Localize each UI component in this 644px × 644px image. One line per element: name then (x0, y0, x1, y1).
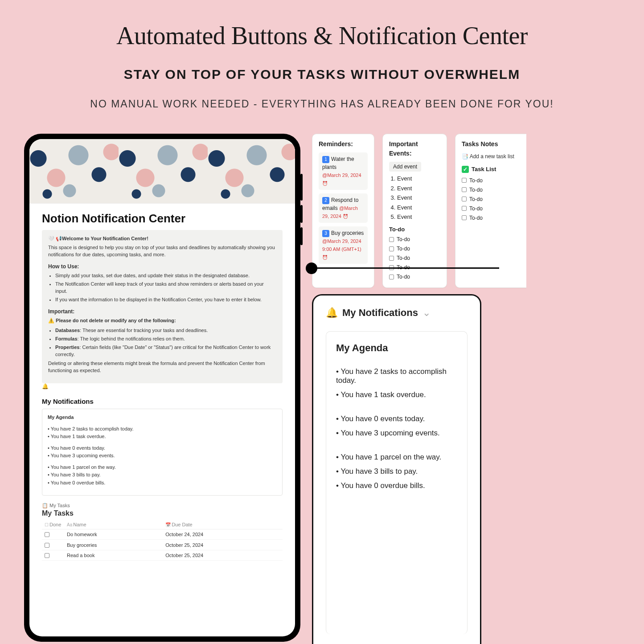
table-row[interactable]: Read a bookOctober 25, 2024 (42, 550, 283, 561)
todo-item[interactable]: To-do (462, 214, 526, 222)
important-heading: Important: (48, 308, 276, 316)
todo-heading: To-do (389, 225, 440, 234)
check-icon: ✓ (462, 166, 469, 173)
table-row[interactable]: Buy groceriesOctober 25, 2024 (42, 540, 283, 550)
todo-checkbox[interactable] (462, 197, 467, 201)
important-item: Databases: These are essential for track… (55, 327, 276, 334)
todo-item[interactable]: To-do (462, 205, 526, 213)
reminder-number: 1 (322, 156, 329, 163)
todo-checkbox[interactable] (462, 215, 467, 220)
agenda-line: You have 0 events today. (48, 444, 277, 452)
events-heading: Important Events: (389, 139, 440, 158)
my-notifications-card: 🔔 My Notifications ⌄ My Agenda You have … (312, 294, 481, 644)
checkbox-icon: ☐ (45, 522, 49, 527)
welcome-body: This space is designed to help you stay … (48, 244, 276, 258)
my-tasks-db-label[interactable]: 📋 My Tasks (42, 503, 283, 509)
todo-checkbox[interactable] (389, 246, 394, 251)
reminder-date: @March 29, 2024 9:00 AM (GMT+1) (322, 238, 361, 260)
todo-item[interactable]: To-do (389, 245, 440, 253)
agenda-line: You have 3 bills to pay. (48, 471, 277, 479)
big-agenda-title: My Agenda (336, 342, 457, 354)
tasklist-heading[interactable]: ✓ Task List (462, 165, 526, 174)
page-cover-image (29, 139, 295, 204)
important-warning: Please do not delete or modify any of th… (48, 317, 276, 324)
agenda-line: You have 0 overdue bills. (336, 481, 457, 490)
todo-item[interactable]: To-do (462, 176, 526, 185)
important-footer: Deleting or altering these elements migh… (48, 360, 276, 374)
notes-card: Tasks Notes Add a new task list ✓ Task L… (455, 134, 526, 288)
agenda-line: You have 1 parcel on the way. (48, 464, 277, 472)
reminder-item[interactable]: 1Water the plants @March 29, 2024 (319, 152, 368, 190)
done-checkbox[interactable] (45, 543, 49, 548)
agenda-box[interactable]: My Agenda You have 2 tasks to accomplish… (42, 409, 283, 496)
agenda-line: You have 2 tasks to accomplish today. (48, 425, 277, 433)
event-item[interactable]: Event (397, 213, 440, 222)
important-item: Properties: Certain fields (like "Due Da… (55, 344, 276, 358)
done-checkbox[interactable] (45, 532, 49, 537)
todo-item[interactable]: To-do (389, 235, 440, 243)
agenda-title: My Agenda (48, 414, 277, 422)
text-icon: Aa (67, 522, 72, 527)
my-tasks-table[interactable]: ☐Done AaName 📅Due Date Do homeworkOctobe… (42, 520, 283, 561)
reminder-item[interactable]: 3Buy groceries @March 29, 2024 9:00 AM (… (319, 226, 368, 264)
welcome-callout: 🤍 📢Welcome to Your Notification Center! … (42, 230, 283, 383)
howto-heading: How to Use: (48, 263, 276, 271)
howto-item: Simply add your tasks, set due dates, an… (55, 272, 276, 279)
todo-checkbox[interactable] (462, 178, 467, 183)
agenda-line: You have 3 upcoming events. (336, 429, 457, 438)
calendar-icon: 📅 (165, 522, 171, 527)
events-card: Important Events: Add event Event Event … (382, 134, 447, 288)
todo-checkbox[interactable] (462, 206, 467, 211)
event-item[interactable]: Event (397, 193, 440, 202)
reminder-number: 3 (322, 230, 329, 237)
howto-item: If you want the information to be displa… (55, 296, 276, 304)
tablet-volume-down (300, 227, 303, 245)
notes-heading: Tasks Notes (462, 139, 526, 149)
todo-checkbox[interactable] (389, 237, 394, 242)
hero-subtitle2: NO MANUAL WORK NEEDED - EVERYTHING HAS A… (0, 98, 644, 110)
todo-checkbox[interactable] (389, 275, 394, 279)
agenda-line: You have 0 overdue bills. (48, 479, 277, 487)
agenda-line: You have 0 events today. (336, 414, 457, 423)
event-item[interactable]: Event (397, 203, 440, 212)
my-notifications-heading: My Notifications (42, 398, 283, 405)
add-event-button[interactable]: Add event (389, 162, 421, 172)
reminder-number: 2 (322, 197, 329, 204)
page-title: Notion Notification Center (42, 212, 283, 226)
agenda-line: You have 2 tasks to accomplish today. (336, 367, 457, 385)
hero-title: Automated Buttons & Notification Center (0, 21, 644, 50)
chevron-down-icon[interactable]: ⌄ (422, 307, 431, 319)
reminder-item[interactable]: 2Respond to emails @March 29, 2024 (319, 193, 368, 223)
todo-checkbox[interactable] (389, 256, 394, 261)
agenda-line: You have 1 task overdue. (336, 390, 457, 399)
add-tasklist-button[interactable]: Add a new task list (462, 152, 526, 160)
todo-checkbox[interactable] (462, 187, 467, 192)
todo-item[interactable]: To-do (462, 186, 526, 194)
hero-subtitle: STAY ON TOP OF YOUR TASKS WITHOUT OVERWH… (0, 67, 644, 82)
event-item[interactable]: Event (397, 184, 440, 193)
big-heading: My Notifications (342, 307, 418, 319)
my-tasks-title: My Tasks (42, 509, 283, 517)
agenda-line: You have 1 task overdue. (48, 433, 277, 441)
reminder-date: @March 29, 2024 (322, 172, 361, 186)
tablet-volume-up (300, 205, 303, 223)
important-item: Formulas: The logic behind the notificat… (55, 336, 276, 343)
todo-item[interactable]: To-do (389, 273, 440, 281)
todo-item[interactable]: To-do (389, 254, 440, 262)
divider-line (312, 267, 499, 269)
agenda-panel[interactable]: My Agenda You have 2 tasks to accomplish… (326, 331, 468, 634)
tablet-screen: Notion Notification Center 🤍 📢Welcome to… (29, 139, 295, 636)
todo-item[interactable]: To-do (462, 195, 526, 203)
reminders-heading: Reminders: (319, 139, 368, 149)
reminders-card: Reminders: 1Water the plants @March 29, … (312, 134, 374, 288)
agenda-line: You have 1 parcel on the way. (336, 453, 457, 462)
welcome-heading: 🤍 📢Welcome to Your Notification Center! (48, 235, 276, 242)
tablet-frame: Notion Notification Center 🤍 📢Welcome to… (24, 134, 300, 642)
event-item[interactable]: Event (397, 174, 440, 183)
bell-icon: 🔔 (42, 383, 283, 390)
table-row[interactable]: Do homeworkOctober 24, 2024 (42, 529, 283, 540)
agenda-line: You have 3 upcoming events. (48, 452, 277, 460)
bell-icon: 🔔 (326, 307, 338, 319)
done-checkbox[interactable] (45, 553, 49, 558)
howto-item: The Notification Center will keep track … (55, 281, 276, 295)
